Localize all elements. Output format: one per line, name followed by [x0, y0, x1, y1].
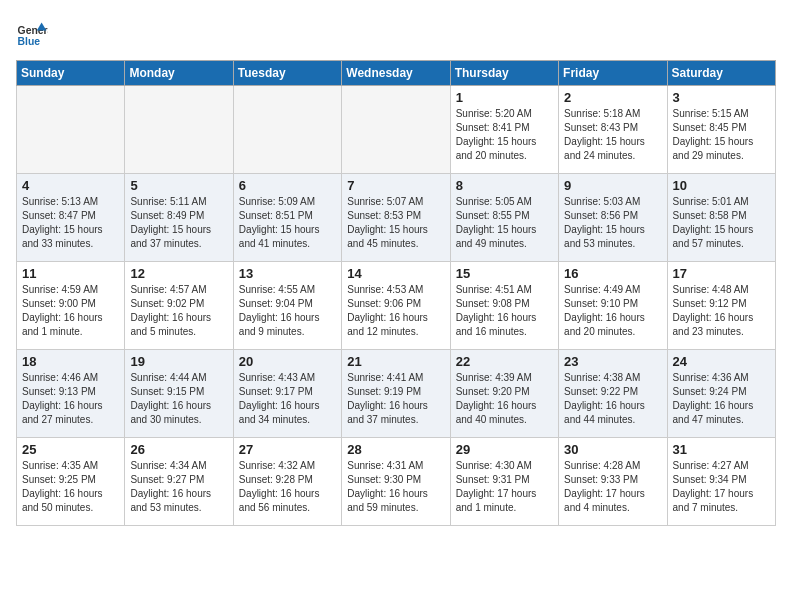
calendar-cell: 8Sunrise: 5:05 AM Sunset: 8:55 PM Daylig… — [450, 174, 558, 262]
calendar-cell: 18Sunrise: 4:46 AM Sunset: 9:13 PM Dayli… — [17, 350, 125, 438]
calendar-cell: 27Sunrise: 4:32 AM Sunset: 9:28 PM Dayli… — [233, 438, 341, 526]
day-content: Sunrise: 4:31 AM Sunset: 9:30 PM Dayligh… — [347, 459, 444, 515]
day-content: Sunrise: 4:38 AM Sunset: 9:22 PM Dayligh… — [564, 371, 661, 427]
calendar-cell: 19Sunrise: 4:44 AM Sunset: 9:15 PM Dayli… — [125, 350, 233, 438]
day-number: 1 — [456, 90, 553, 105]
day-content: Sunrise: 5:13 AM Sunset: 8:47 PM Dayligh… — [22, 195, 119, 251]
day-number: 8 — [456, 178, 553, 193]
day-number: 31 — [673, 442, 770, 457]
calendar-cell: 22Sunrise: 4:39 AM Sunset: 9:20 PM Dayli… — [450, 350, 558, 438]
calendar-cell: 21Sunrise: 4:41 AM Sunset: 9:19 PM Dayli… — [342, 350, 450, 438]
day-number: 16 — [564, 266, 661, 281]
day-content: Sunrise: 5:03 AM Sunset: 8:56 PM Dayligh… — [564, 195, 661, 251]
day-content: Sunrise: 5:11 AM Sunset: 8:49 PM Dayligh… — [130, 195, 227, 251]
day-number: 26 — [130, 442, 227, 457]
calendar-cell: 15Sunrise: 4:51 AM Sunset: 9:08 PM Dayli… — [450, 262, 558, 350]
day-number: 5 — [130, 178, 227, 193]
calendar-cell: 2Sunrise: 5:18 AM Sunset: 8:43 PM Daylig… — [559, 86, 667, 174]
calendar-table: SundayMondayTuesdayWednesdayThursdayFrid… — [16, 60, 776, 526]
calendar-week-1: 1Sunrise: 5:20 AM Sunset: 8:41 PM Daylig… — [17, 86, 776, 174]
day-content: Sunrise: 4:46 AM Sunset: 9:13 PM Dayligh… — [22, 371, 119, 427]
day-number: 6 — [239, 178, 336, 193]
day-number: 4 — [22, 178, 119, 193]
day-content: Sunrise: 4:55 AM Sunset: 9:04 PM Dayligh… — [239, 283, 336, 339]
weekday-header-saturday: Saturday — [667, 61, 775, 86]
weekday-header-sunday: Sunday — [17, 61, 125, 86]
calendar-cell — [233, 86, 341, 174]
day-number: 13 — [239, 266, 336, 281]
day-content: Sunrise: 4:49 AM Sunset: 9:10 PM Dayligh… — [564, 283, 661, 339]
day-number: 30 — [564, 442, 661, 457]
calendar-cell: 7Sunrise: 5:07 AM Sunset: 8:53 PM Daylig… — [342, 174, 450, 262]
day-content: Sunrise: 4:27 AM Sunset: 9:34 PM Dayligh… — [673, 459, 770, 515]
day-number: 2 — [564, 90, 661, 105]
day-number: 21 — [347, 354, 444, 369]
day-number: 23 — [564, 354, 661, 369]
day-content: Sunrise: 4:35 AM Sunset: 9:25 PM Dayligh… — [22, 459, 119, 515]
day-content: Sunrise: 4:53 AM Sunset: 9:06 PM Dayligh… — [347, 283, 444, 339]
calendar-cell: 10Sunrise: 5:01 AM Sunset: 8:58 PM Dayli… — [667, 174, 775, 262]
day-number: 3 — [673, 90, 770, 105]
day-content: Sunrise: 4:39 AM Sunset: 9:20 PM Dayligh… — [456, 371, 553, 427]
calendar-cell: 5Sunrise: 5:11 AM Sunset: 8:49 PM Daylig… — [125, 174, 233, 262]
calendar-cell: 28Sunrise: 4:31 AM Sunset: 9:30 PM Dayli… — [342, 438, 450, 526]
weekday-header-tuesday: Tuesday — [233, 61, 341, 86]
day-number: 28 — [347, 442, 444, 457]
calendar-cell: 11Sunrise: 4:59 AM Sunset: 9:00 PM Dayli… — [17, 262, 125, 350]
logo: General Blue — [16, 16, 52, 48]
day-content: Sunrise: 4:57 AM Sunset: 9:02 PM Dayligh… — [130, 283, 227, 339]
day-number: 19 — [130, 354, 227, 369]
calendar-cell: 29Sunrise: 4:30 AM Sunset: 9:31 PM Dayli… — [450, 438, 558, 526]
day-content: Sunrise: 4:48 AM Sunset: 9:12 PM Dayligh… — [673, 283, 770, 339]
day-number: 11 — [22, 266, 119, 281]
calendar-week-3: 11Sunrise: 4:59 AM Sunset: 9:00 PM Dayli… — [17, 262, 776, 350]
weekday-header-friday: Friday — [559, 61, 667, 86]
calendar-cell — [125, 86, 233, 174]
day-number: 7 — [347, 178, 444, 193]
calendar-cell: 30Sunrise: 4:28 AM Sunset: 9:33 PM Dayli… — [559, 438, 667, 526]
day-content: Sunrise: 4:28 AM Sunset: 9:33 PM Dayligh… — [564, 459, 661, 515]
day-number: 27 — [239, 442, 336, 457]
calendar-week-5: 25Sunrise: 4:35 AM Sunset: 9:25 PM Dayli… — [17, 438, 776, 526]
day-number: 29 — [456, 442, 553, 457]
day-number: 22 — [456, 354, 553, 369]
calendar-cell: 20Sunrise: 4:43 AM Sunset: 9:17 PM Dayli… — [233, 350, 341, 438]
calendar-cell: 3Sunrise: 5:15 AM Sunset: 8:45 PM Daylig… — [667, 86, 775, 174]
calendar-cell: 13Sunrise: 4:55 AM Sunset: 9:04 PM Dayli… — [233, 262, 341, 350]
day-content: Sunrise: 5:18 AM Sunset: 8:43 PM Dayligh… — [564, 107, 661, 163]
day-number: 10 — [673, 178, 770, 193]
day-content: Sunrise: 4:34 AM Sunset: 9:27 PM Dayligh… — [130, 459, 227, 515]
day-number: 20 — [239, 354, 336, 369]
calendar-week-4: 18Sunrise: 4:46 AM Sunset: 9:13 PM Dayli… — [17, 350, 776, 438]
calendar-cell: 24Sunrise: 4:36 AM Sunset: 9:24 PM Dayli… — [667, 350, 775, 438]
svg-text:Blue: Blue — [18, 36, 41, 47]
calendar-cell: 1Sunrise: 5:20 AM Sunset: 8:41 PM Daylig… — [450, 86, 558, 174]
day-content: Sunrise: 5:05 AM Sunset: 8:55 PM Dayligh… — [456, 195, 553, 251]
day-content: Sunrise: 4:59 AM Sunset: 9:00 PM Dayligh… — [22, 283, 119, 339]
calendar-cell — [17, 86, 125, 174]
page-header: General Blue — [16, 16, 776, 48]
calendar-cell: 23Sunrise: 4:38 AM Sunset: 9:22 PM Dayli… — [559, 350, 667, 438]
calendar-cell: 16Sunrise: 4:49 AM Sunset: 9:10 PM Dayli… — [559, 262, 667, 350]
calendar-cell: 12Sunrise: 4:57 AM Sunset: 9:02 PM Dayli… — [125, 262, 233, 350]
weekday-header-thursday: Thursday — [450, 61, 558, 86]
day-content: Sunrise: 5:09 AM Sunset: 8:51 PM Dayligh… — [239, 195, 336, 251]
day-number: 24 — [673, 354, 770, 369]
day-content: Sunrise: 5:01 AM Sunset: 8:58 PM Dayligh… — [673, 195, 770, 251]
calendar-cell: 9Sunrise: 5:03 AM Sunset: 8:56 PM Daylig… — [559, 174, 667, 262]
day-content: Sunrise: 4:30 AM Sunset: 9:31 PM Dayligh… — [456, 459, 553, 515]
weekday-header-wednesday: Wednesday — [342, 61, 450, 86]
weekday-header-monday: Monday — [125, 61, 233, 86]
day-content: Sunrise: 5:07 AM Sunset: 8:53 PM Dayligh… — [347, 195, 444, 251]
calendar-cell: 14Sunrise: 4:53 AM Sunset: 9:06 PM Dayli… — [342, 262, 450, 350]
day-number: 17 — [673, 266, 770, 281]
calendar-cell: 26Sunrise: 4:34 AM Sunset: 9:27 PM Dayli… — [125, 438, 233, 526]
day-content: Sunrise: 5:15 AM Sunset: 8:45 PM Dayligh… — [673, 107, 770, 163]
day-content: Sunrise: 4:41 AM Sunset: 9:19 PM Dayligh… — [347, 371, 444, 427]
day-number: 15 — [456, 266, 553, 281]
day-number: 18 — [22, 354, 119, 369]
day-number: 25 — [22, 442, 119, 457]
calendar-cell: 31Sunrise: 4:27 AM Sunset: 9:34 PM Dayli… — [667, 438, 775, 526]
day-number: 12 — [130, 266, 227, 281]
logo-icon: General Blue — [16, 16, 48, 48]
